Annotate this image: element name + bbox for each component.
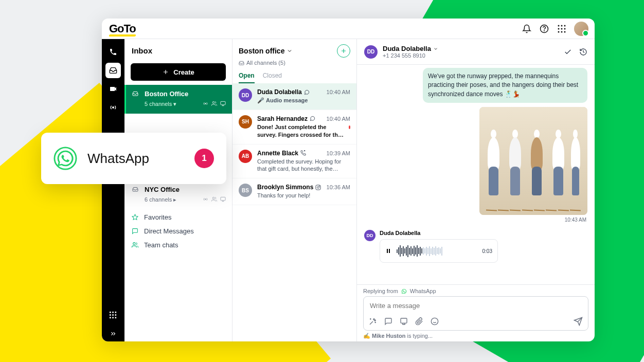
svg-rect-15 <box>110 314 111 316</box>
link-dms[interactable]: Direct Messages <box>132 227 225 235</box>
contact-phone: +1 234 555 8910 <box>383 52 438 59</box>
pause-icon[interactable] <box>385 248 391 254</box>
svg-point-5 <box>558 28 560 29</box>
svg-point-8 <box>558 31 560 32</box>
svg-rect-34 <box>401 318 407 323</box>
nav-broadcast-icon[interactable] <box>105 100 121 115</box>
svg-point-11 <box>113 107 114 108</box>
svg-point-25 <box>212 197 214 199</box>
bell-icon[interactable] <box>522 24 532 34</box>
chevron-down-icon <box>433 46 438 51</box>
chat-pane: DD Duda Dolabella +1 234 555 8910 We've <box>357 39 595 341</box>
audio-duration: 0:03 <box>482 248 492 254</box>
sidebar-section-nyc[interactable]: NYC Office 6 channels ▸ <box>124 180 232 208</box>
link-teamchats[interactable]: Team chats <box>132 241 225 249</box>
conversation-item[interactable]: SHSarah Hernandez 10:40 AMDone! Just com… <box>232 110 356 144</box>
reply-from-indicator: Replying from WhatsApp <box>363 288 588 294</box>
whatsapp-icon <box>53 147 77 170</box>
convo-time: 10:40 AM <box>327 116 350 122</box>
convo-avatar: AB <box>239 150 252 163</box>
nav-video-icon[interactable] <box>105 81 121 97</box>
convo-preview: Thanks for your help! <box>257 192 310 200</box>
svg-marker-27 <box>132 214 138 220</box>
link-label: Team chats <box>144 241 178 249</box>
unread-indicator <box>349 125 350 129</box>
svg-rect-13 <box>112 312 114 313</box>
convo-name: Sarah Hernandez <box>257 115 315 122</box>
outgoing-image[interactable] <box>479 107 587 215</box>
section-sub: 5 channels ▾ <box>145 101 176 107</box>
note-icon[interactable] <box>400 317 408 325</box>
convo-name: Duda Dolabella <box>257 88 310 96</box>
conversation-item[interactable]: ABAnnette Black 10:39 AMCompleted the su… <box>232 144 356 179</box>
conversation-item[interactable]: BSBrooklyn Simmons 10:36 AMThanks for yo… <box>232 178 356 205</box>
apps-grid-icon[interactable] <box>557 24 567 34</box>
convo-preview: Completed the survey. Hoping for that gi… <box>257 158 350 173</box>
message-icon <box>132 228 139 234</box>
nav-apps-icon[interactable] <box>105 307 121 323</box>
team-icon <box>132 242 139 248</box>
top-bar: GoTo <box>102 19 595 39</box>
help-icon[interactable] <box>539 24 549 34</box>
nav-phone-icon[interactable] <box>105 44 121 60</box>
section-sub: 6 channels ▸ <box>145 196 176 203</box>
svg-point-10 <box>564 31 566 32</box>
magic-icon[interactable] <box>369 317 377 325</box>
contact-name[interactable]: Duda Dolabella <box>383 45 438 52</box>
check-icon[interactable] <box>564 48 572 56</box>
audio-waveform[interactable] <box>397 245 477 257</box>
add-conversation-button[interactable] <box>337 44 350 58</box>
whatsapp-badge: 1 <box>194 149 214 168</box>
svg-rect-26 <box>221 197 225 200</box>
svg-point-3 <box>561 25 563 26</box>
nav-inbox-icon[interactable] <box>105 63 121 78</box>
svg-point-35 <box>431 318 438 324</box>
nav-expand-icon[interactable] <box>105 326 121 341</box>
inbox-sidebar: Inbox Create Boston Office 5 channels ▾ <box>124 39 232 341</box>
whatsapp-channel-card[interactable]: WhatsApp 1 <box>41 133 226 184</box>
chat-icon[interactable] <box>384 317 392 325</box>
svg-rect-32 <box>387 249 388 253</box>
link-favorites[interactable]: Favorites <box>132 213 225 221</box>
sidebar-title: Inbox <box>132 46 225 55</box>
chat-header: DD Duda Dolabella +1 234 555 8910 <box>357 39 595 65</box>
svg-rect-14 <box>115 312 117 313</box>
user-avatar[interactable] <box>574 22 588 36</box>
whatsapp-small-icon <box>401 288 407 294</box>
message-input[interactable] <box>364 297 588 315</box>
tab-closed[interactable]: Closed <box>263 72 282 83</box>
link-label: Direct Messages <box>144 227 194 235</box>
list-title[interactable]: Boston office <box>239 47 293 55</box>
emoji-icon[interactable] <box>431 317 439 325</box>
conversation-list: Boston office All channels (5) Open Clos… <box>232 39 357 341</box>
svg-rect-12 <box>110 312 111 313</box>
svg-point-4 <box>564 25 566 26</box>
message-timestamp: 10:43 AM <box>565 217 586 223</box>
attachment-icon[interactable] <box>415 317 423 325</box>
audio-message[interactable]: 0:03 <box>380 239 498 263</box>
section-name: NYC Office <box>145 186 226 193</box>
convo-time: 10:39 AM <box>327 150 350 156</box>
topbar-actions <box>522 22 588 36</box>
goto-logo: GoTo <box>109 22 136 35</box>
message-composer <box>363 296 588 331</box>
svg-point-31 <box>319 186 320 186</box>
link-label: Favorites <box>144 213 171 221</box>
svg-rect-23 <box>221 101 225 104</box>
sidebar-section-boston[interactable]: Boston Office 5 channels ▾ <box>124 85 232 114</box>
history-icon[interactable] <box>579 48 587 56</box>
svg-point-21 <box>205 103 206 104</box>
conversation-item[interactable]: DDDuda Dolabella 10:40 AM🎤 Audio message <box>232 83 356 110</box>
sender-avatar: DD <box>364 230 375 241</box>
svg-point-30 <box>317 186 319 188</box>
convo-preview: Done! Just completed the survey. Fingers… <box>257 123 347 139</box>
tab-open[interactable]: Open <box>239 72 255 83</box>
svg-point-28 <box>133 243 135 245</box>
list-subtitle[interactable]: All channels (5) <box>239 60 350 66</box>
create-button[interactable]: Create <box>131 63 226 81</box>
convo-time: 10:40 AM <box>327 89 350 95</box>
send-icon[interactable] <box>574 317 583 326</box>
contact-avatar[interactable]: DD <box>364 45 378 59</box>
chevron-down-icon <box>287 48 293 54</box>
whatsapp-label: WhatsApp <box>87 151 184 167</box>
